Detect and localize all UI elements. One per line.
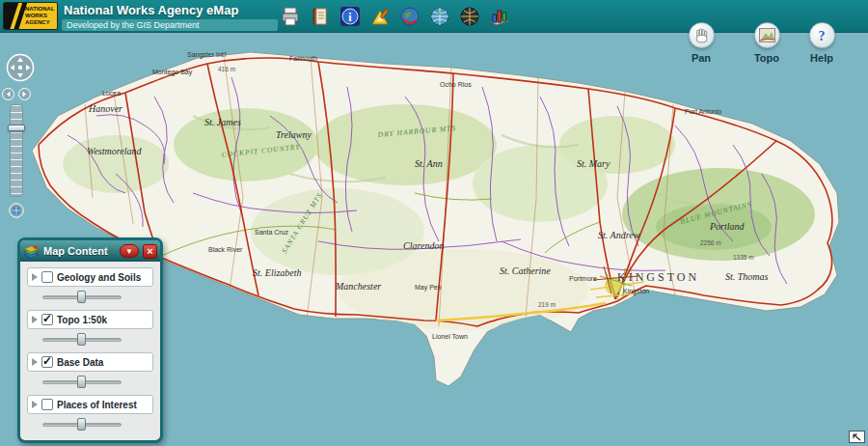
logo-line2: WORKS bbox=[25, 13, 55, 19]
map-label: Clarendon bbox=[403, 240, 444, 251]
map-label: Santa Cruz bbox=[255, 229, 289, 236]
map-label: St. Mary bbox=[577, 158, 610, 169]
layer-list: Geology and Soils Topo 1:50k bbox=[20, 262, 160, 440]
panel-minimize-button[interactable]: ▼ bbox=[120, 244, 139, 258]
topo-button[interactable]: Topo bbox=[745, 22, 789, 64]
legend-book-icon[interactable] bbox=[308, 4, 332, 28]
layer-row-geology: Geology and Soils bbox=[27, 267, 153, 303]
slider-thumb[interactable] bbox=[77, 333, 86, 346]
app-subtitle: Developed by the GIS Department bbox=[62, 19, 278, 31]
topo-button-label: Topo bbox=[745, 52, 789, 64]
nwa-logo: NATIONAL WORKS AGENCY bbox=[3, 2, 58, 30]
map-label: Sangster Int'l bbox=[187, 51, 227, 59]
help-button[interactable]: ? Help bbox=[800, 22, 844, 64]
map-label: Trelawny bbox=[276, 129, 312, 140]
layer-checkbox-geology[interactable] bbox=[41, 271, 53, 283]
map-label: Black River bbox=[208, 246, 243, 253]
app-title: National Works Agency eMap bbox=[64, 3, 238, 17]
expand-arrow-icon[interactable] bbox=[32, 401, 38, 408]
map-label: Manchester bbox=[335, 281, 381, 292]
map-label: Lionel Town bbox=[432, 333, 468, 340]
layer-checkbox-places[interactable] bbox=[41, 399, 53, 410]
slider-thumb[interactable] bbox=[77, 291, 86, 303]
question-icon: ? bbox=[813, 27, 830, 44]
layer-label: Places of Interest bbox=[57, 400, 137, 410]
map-label: Lucea bbox=[102, 90, 121, 97]
map-label: 219 m bbox=[538, 301, 556, 308]
map-label: St. Catherine bbox=[500, 265, 551, 276]
expand-arrow-icon[interactable] bbox=[32, 273, 38, 281]
expand-arrow-icon[interactable] bbox=[32, 358, 38, 366]
hand-icon bbox=[692, 27, 710, 44]
layer-opacity-slider[interactable] bbox=[42, 291, 122, 303]
full-extent-button[interactable] bbox=[9, 203, 24, 222]
previous-extent-button[interactable] bbox=[2, 87, 14, 104]
globe-network-icon[interactable] bbox=[427, 4, 451, 28]
map-label: Kingston bbox=[623, 288, 649, 295]
layer-row-places: Places of Interest bbox=[27, 395, 153, 431]
map-label: 1335 m bbox=[733, 254, 754, 261]
map-label: St. Thomas bbox=[725, 271, 769, 282]
expand-arrow-icon[interactable] bbox=[32, 316, 38, 323]
toolbar: i bbox=[278, 4, 511, 28]
app-window: HanoverWestmorelandSt. JamesTrelawnySt. … bbox=[0, 0, 868, 446]
zoom-slider-thumb[interactable] bbox=[8, 125, 25, 131]
map-label: Port Antonio bbox=[685, 108, 721, 115]
map-content-panel: Map Content ▼ × Geology and Soils T bbox=[17, 237, 163, 443]
pan-button-label: Pan bbox=[679, 52, 723, 64]
slider-thumb[interactable] bbox=[77, 376, 86, 388]
pan-button[interactable]: Pan bbox=[679, 22, 723, 64]
extent-history-controls bbox=[2, 87, 31, 104]
logo-line1: NATIONAL bbox=[25, 6, 55, 13]
globe-dark-icon[interactable] bbox=[457, 4, 481, 28]
panel-close-button[interactable]: × bbox=[143, 244, 157, 259]
map-label: St. Ann bbox=[415, 158, 443, 169]
map-label: St. James bbox=[204, 117, 241, 127]
layer-opacity-slider[interactable] bbox=[42, 333, 122, 346]
slider-thumb[interactable] bbox=[77, 418, 86, 431]
layer-label: Geology and Soils bbox=[57, 272, 141, 283]
layer-opacity-slider[interactable] bbox=[42, 376, 122, 388]
topo-thumbnail-icon bbox=[759, 28, 775, 42]
layer-row-basedata: Base Data bbox=[27, 352, 153, 388]
map-label: Westmoreland bbox=[87, 146, 142, 156]
map-content-title: Map Content bbox=[43, 245, 116, 257]
zoom-slider[interactable] bbox=[10, 104, 23, 197]
map-label: KINGSTON bbox=[617, 270, 699, 284]
layer-checkbox-topo[interactable] bbox=[41, 314, 53, 325]
layer-row-topo: Topo 1:50k bbox=[27, 310, 153, 346]
print-icon[interactable] bbox=[278, 4, 302, 28]
map-label: Portmore bbox=[569, 275, 597, 282]
map-label: 2256 m bbox=[700, 239, 721, 246]
map-content-header[interactable]: Map Content ▼ × bbox=[20, 240, 160, 262]
layers-icon bbox=[23, 244, 40, 259]
map-label: Montego Bay bbox=[152, 69, 193, 76]
corner-arrow-icon bbox=[852, 432, 862, 441]
map-label: Hanover bbox=[88, 103, 122, 114]
next-extent-button[interactable] bbox=[18, 87, 31, 104]
layer-label: Topo 1:50k bbox=[57, 315, 107, 325]
map-label: Falmouth bbox=[289, 55, 317, 62]
logo-line3: AGENCY bbox=[25, 19, 55, 26]
map-label: St. Andrew bbox=[598, 230, 640, 240]
layer-label: Base Data bbox=[57, 357, 103, 368]
map-label: 416 m bbox=[218, 66, 235, 72]
map-label: May Pen bbox=[415, 284, 442, 292]
layer-opacity-slider[interactable] bbox=[42, 418, 122, 431]
globe-americas-icon[interactable] bbox=[397, 4, 421, 28]
map-label: Portland bbox=[709, 221, 746, 232]
layer-checkbox-basedata[interactable] bbox=[41, 356, 53, 368]
svg-text:?: ? bbox=[819, 29, 826, 43]
measure-icon[interactable] bbox=[367, 4, 392, 28]
pan-compass-control[interactable] bbox=[6, 53, 35, 86]
header-bar: NATIONAL WORKS AGENCY National Works Age… bbox=[0, 0, 868, 33]
chart-3d-icon[interactable] bbox=[487, 4, 511, 28]
help-button-label: Help bbox=[800, 52, 844, 64]
info-icon[interactable]: i bbox=[338, 4, 362, 28]
overview-map-toggle[interactable] bbox=[849, 431, 865, 443]
map-label: St. Elizabeth bbox=[253, 267, 302, 278]
map-label: Ocho Rios bbox=[440, 81, 472, 88]
